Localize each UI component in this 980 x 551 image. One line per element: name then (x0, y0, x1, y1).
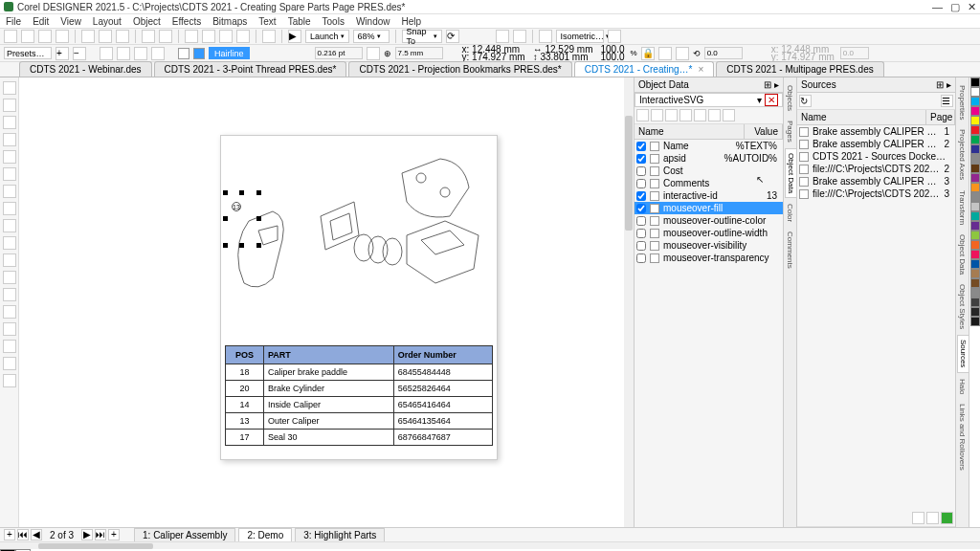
object-data-row[interactable]: Name%TEXT% (635, 140, 783, 152)
field-checkbox[interactable] (636, 241, 646, 251)
table-tool[interactable] (3, 288, 16, 301)
launch-icon[interactable]: ▶ (288, 30, 301, 43)
field-checkbox[interactable] (636, 179, 646, 188)
caliper-drawing[interactable] (230, 144, 488, 336)
menu-bitmaps[interactable]: Bitmaps (212, 16, 247, 27)
mirror-v[interactable] (676, 47, 689, 60)
page-tab-1[interactable]: 1: Caliper Assembly (134, 528, 235, 541)
od-btn1[interactable] (636, 109, 649, 121)
field-checkbox[interactable] (636, 154, 646, 164)
copy-button[interactable] (99, 30, 112, 43)
color-swatch[interactable] (970, 77, 980, 87)
open-button[interactable] (21, 30, 34, 43)
menu-help[interactable]: Help (402, 16, 422, 27)
import-button[interactable] (219, 30, 233, 43)
scroll-thumb[interactable] (625, 116, 633, 231)
menu-object[interactable]: Object (133, 16, 161, 27)
color-swatch[interactable] (970, 183, 980, 192)
tab-objects[interactable]: Objects (785, 81, 795, 115)
tab-properties[interactable]: Properties (957, 81, 968, 123)
source-row[interactable]: Brake assembly CALIPER LIST.xls3 (797, 175, 955, 187)
field-checkbox[interactable] (636, 204, 646, 213)
page-next[interactable]: ▶ (81, 529, 93, 540)
color-swatch[interactable] (970, 231, 980, 240)
zoom-tool[interactable] (3, 133, 16, 146)
export-button[interactable] (236, 30, 250, 43)
tab-links[interactable]: Links and Rollovers (957, 400, 968, 474)
menu-window[interactable]: Window (356, 16, 390, 27)
nudge-distance[interactable]: 7.5 mm (395, 47, 443, 59)
src-link[interactable] (926, 512, 939, 524)
pick-tool[interactable] (3, 81, 16, 95)
snap-dropdown[interactable]: Snap To (402, 30, 442, 43)
zoom-dropdown[interactable]: 68% (353, 30, 390, 43)
menu-text[interactable]: Text (258, 16, 276, 27)
menu-view[interactable]: View (60, 16, 81, 27)
hscroll-thumb[interactable] (38, 543, 153, 549)
options-button[interactable] (496, 30, 509, 43)
effects-tool[interactable] (3, 305, 16, 319)
od-btn4[interactable] (679, 109, 692, 121)
tab-object-data[interactable]: Object Data (785, 148, 796, 198)
tab-webinar[interactable]: CDTS 2021 - Webinar.des (19, 61, 152, 77)
field-checkbox[interactable] (636, 229, 646, 238)
projection-dropdown[interactable]: Isometric… (556, 30, 604, 43)
object-data-row[interactable]: Comments (635, 177, 783, 189)
projection-icon[interactable] (539, 30, 552, 43)
color-swatch[interactable] (970, 298, 980, 307)
color-swatch[interactable] (970, 202, 980, 211)
print-button[interactable] (56, 30, 69, 43)
rotation-angle[interactable]: 0.0 (704, 47, 743, 59)
canvas[interactable]: 13 POS PART Order Number 18Caliper brake… (19, 77, 634, 527)
color-swatch[interactable] (970, 125, 980, 135)
color-swatch[interactable] (970, 97, 980, 106)
library-dropdown[interactable]: InteractiveSVG▾ ✕ (635, 93, 783, 107)
page-prev[interactable]: ◀ (31, 529, 42, 540)
dimension-tool[interactable] (3, 167, 16, 181)
rectangle-tool[interactable] (3, 219, 16, 232)
tab-creating[interactable]: CDTS 2021 - Creating…*× (574, 61, 715, 77)
src-btn1[interactable]: ↻ (799, 95, 812, 107)
od-btn7[interactable] (723, 109, 735, 121)
page-tab-3[interactable]: 3: Highlight Parts (295, 528, 385, 541)
menu-tools[interactable]: Tools (323, 16, 345, 27)
field-checkbox[interactable] (636, 191, 646, 201)
color-swatch[interactable] (970, 135, 980, 144)
save-button[interactable] (38, 30, 52, 43)
tab-projected[interactable]: Projected Axes (957, 125, 968, 184)
publish-button[interactable] (202, 30, 215, 43)
tab-transform[interactable]: Transform (957, 187, 968, 229)
paste-button[interactable] (116, 30, 129, 43)
src-btn2[interactable]: ☰ (941, 95, 953, 107)
tab-color[interactable]: Color (785, 200, 795, 226)
color-swatch[interactable] (970, 173, 980, 183)
redo-button[interactable] (159, 30, 172, 43)
tab-objdata2[interactable]: Object Data (957, 231, 968, 278)
presets-dropdown[interactable] (4, 47, 52, 59)
docker-menu-icon[interactable]: ⊞ ▸ (764, 79, 779, 90)
vertical-scrollbar[interactable] (624, 77, 634, 527)
page-tab-2[interactable]: 2: Demo (238, 528, 292, 541)
field-checkbox[interactable] (636, 142, 646, 151)
new-button[interactable] (4, 30, 17, 43)
od-btn2[interactable] (651, 109, 663, 121)
source-row[interactable]: CDTS 2021 - Sources Docker PRES… (797, 150, 955, 163)
object-data-row[interactable]: mouseover-outline-color (635, 214, 783, 227)
color-swatch[interactable] (970, 164, 980, 173)
minimize-button[interactable]: — (932, 1, 943, 13)
projection-toggle[interactable] (608, 30, 621, 43)
scale-readout[interactable]: 100.0 100.0 (600, 46, 624, 61)
table-row[interactable]: 17Seal 3068766847687 (226, 430, 493, 446)
source-row[interactable]: file:///C:\Projects\CDTS 2021 - Crea…3 (797, 187, 955, 200)
color-swatch[interactable] (970, 307, 980, 317)
object-data-row[interactable]: mouseover-fill (635, 202, 783, 214)
cut-button[interactable] (81, 30, 95, 43)
close-tab-icon[interactable]: × (698, 64, 703, 75)
add-preset[interactable]: + (56, 47, 69, 60)
page-add2[interactable]: + (108, 529, 120, 540)
menu-layout[interactable]: Layout (93, 16, 122, 27)
menu-file[interactable]: File (6, 16, 21, 27)
tab-styles[interactable]: Object Styles (957, 280, 968, 333)
outline-tool[interactable] (3, 357, 16, 370)
table-row[interactable]: 18Caliper brake paddle68455484448 (226, 364, 493, 381)
